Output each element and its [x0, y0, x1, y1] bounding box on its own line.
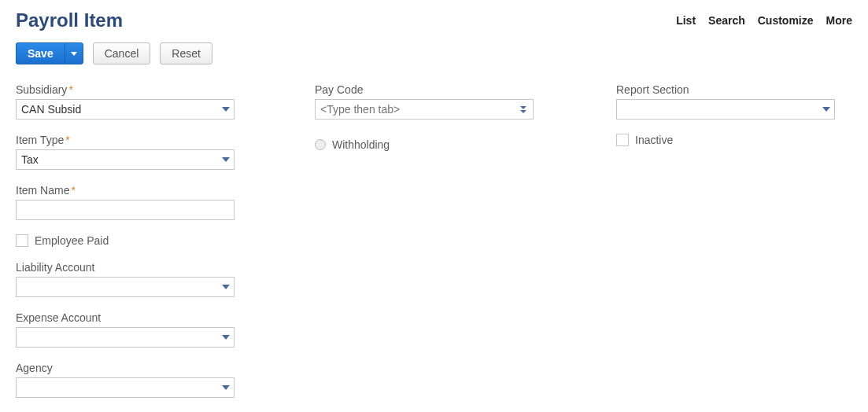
required-star-icon: *: [68, 83, 72, 96]
chevron-down-icon: [520, 106, 526, 109]
save-dropdown-caret[interactable]: [65, 42, 83, 64]
pay-code-combo[interactable]: [315, 99, 534, 120]
page-title: Payroll Item: [16, 9, 123, 31]
header-actions: List Search Customize More: [676, 14, 852, 27]
header-link-customize[interactable]: Customize: [758, 14, 814, 27]
pay-code-dropdown-icon[interactable]: [515, 101, 532, 118]
cancel-button[interactable]: Cancel: [93, 42, 151, 64]
form-column-2: Pay Code Withholding: [315, 83, 551, 412]
agency-label: Agency: [16, 362, 283, 374]
pay-code-label: Pay Code: [315, 83, 551, 96]
header-link-search[interactable]: Search: [708, 14, 745, 27]
header-link-more[interactable]: More: [826, 14, 852, 27]
save-button-group: Save: [16, 42, 83, 64]
caret-down-icon: [71, 52, 77, 56]
reset-button[interactable]: Reset: [160, 42, 212, 64]
pay-code-input[interactable]: [315, 99, 534, 120]
subsidiary-select-value: CAN Subsid: [16, 99, 235, 120]
report-section-select[interactable]: [616, 99, 835, 120]
item-type-label: Item Type*: [16, 134, 283, 146]
item-name-label: Item Name*: [16, 184, 283, 197]
chevron-down-icon: [520, 110, 526, 113]
liability-account-label: Liability Account: [16, 261, 283, 274]
employee-paid-checkbox[interactable]: [16, 234, 28, 247]
agency-select[interactable]: [16, 377, 235, 398]
expense-account-select[interactable]: [16, 327, 235, 348]
agency-select-value: [16, 377, 235, 398]
item-name-input[interactable]: [16, 200, 235, 220]
item-type-select-value: Tax: [16, 149, 235, 170]
inactive-checkbox[interactable]: [616, 134, 629, 146]
subsidiary-label: Subsidiary*: [16, 83, 283, 96]
required-star-icon: *: [65, 134, 69, 146]
subsidiary-select[interactable]: CAN Subsid: [16, 99, 235, 120]
liability-account-select[interactable]: [16, 277, 235, 297]
item-type-select[interactable]: Tax: [16, 149, 235, 170]
required-star-icon: *: [71, 184, 75, 197]
save-button[interactable]: Save: [16, 42, 65, 64]
report-section-select-value: [616, 99, 835, 120]
report-section-label: Report Section: [616, 83, 821, 96]
withholding-radio[interactable]: [315, 139, 326, 150]
expense-account-select-value: [16, 327, 235, 348]
liability-account-select-value: [16, 277, 235, 297]
expense-account-label: Expense Account: [16, 311, 283, 324]
header-link-list[interactable]: List: [676, 14, 696, 27]
form-column-3: Report Section Inactive: [616, 83, 852, 412]
toolbar: Save Cancel Reset: [16, 42, 852, 64]
form-column-1: Subsidiary* CAN Subsid Item Type* Tax It…: [16, 83, 283, 412]
inactive-label: Inactive: [635, 134, 673, 146]
employee-paid-label: Employee Paid: [35, 234, 109, 247]
withholding-label: Withholding: [332, 138, 390, 151]
